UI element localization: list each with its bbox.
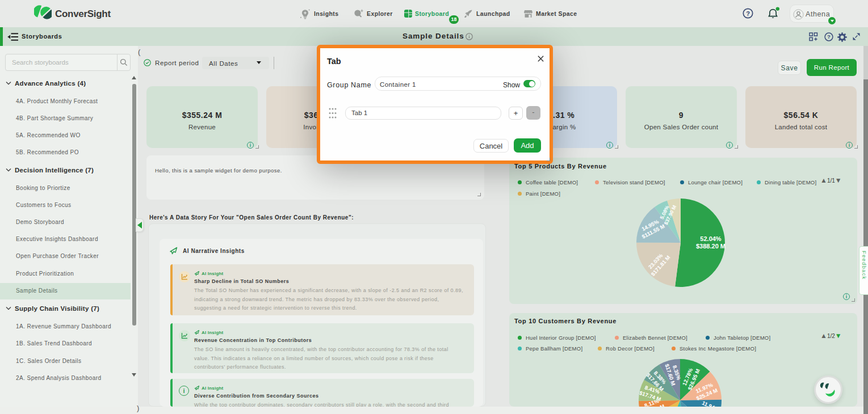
svg-text:?: ?	[827, 33, 831, 40]
svg-text:?: ?	[746, 10, 750, 17]
